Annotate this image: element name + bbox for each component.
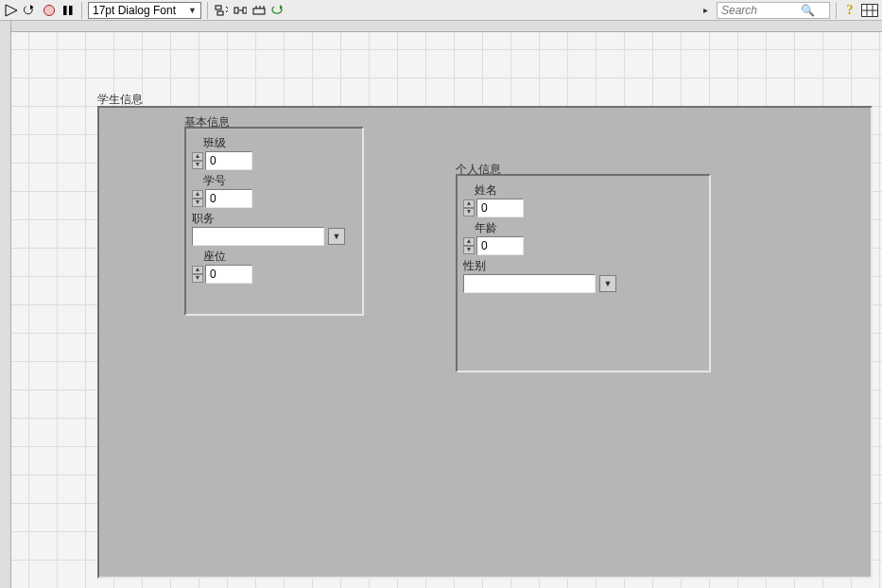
age-numeric[interactable]: ▲ ▼ <box>463 236 703 255</box>
role-combo[interactable]: ▼ <box>192 227 356 246</box>
spin-up-icon[interactable]: ▲ <box>463 199 475 208</box>
align-icon[interactable] <box>214 3 229 18</box>
label-student-id: 学号 <box>192 173 356 189</box>
font-dropdown-value: 17pt Dialog Font <box>93 4 176 17</box>
spin-up-icon[interactable]: ▲ <box>192 266 203 274</box>
help-icon[interactable]: ? <box>842 3 857 18</box>
seat-numeric[interactable]: ▲ ▼ <box>192 265 356 284</box>
spin-up-icon[interactable]: ▲ <box>463 237 475 246</box>
spin-up-icon[interactable]: ▲ <box>192 190 203 199</box>
svg-rect-3 <box>216 6 221 9</box>
run-icon[interactable] <box>4 3 19 18</box>
basic-info-cluster[interactable]: 基本信息 班级 ▲ ▼ 学号 ▲ ▼ <box>184 127 364 316</box>
label-gender: 性别 <box>463 258 703 274</box>
student-id-input[interactable] <box>205 189 252 208</box>
svg-rect-1 <box>63 6 67 15</box>
separator <box>207 2 208 19</box>
vertical-ruler <box>0 21 11 588</box>
svg-rect-4 <box>217 11 223 15</box>
svg-rect-5 <box>234 8 238 13</box>
chevron-down-icon: ▼ <box>188 6 197 15</box>
label-name: 姓名 <box>463 182 703 199</box>
separator <box>836 2 837 19</box>
spin-down-icon[interactable]: ▼ <box>463 246 475 254</box>
seat-input[interactable] <box>205 265 252 284</box>
spin-buttons[interactable]: ▲ ▼ <box>463 199 475 216</box>
canvas: 学生信息 基本信息 班级 ▲ ▼ 学号 ▲ <box>0 21 882 588</box>
label-seat: 座位 <box>192 249 356 265</box>
cluster-label-personal: 个人信息 <box>456 162 501 178</box>
role-input[interactable] <box>192 227 324 246</box>
dropdown-button-icon[interactable]: ▼ <box>599 275 616 292</box>
age-input[interactable] <box>476 236 524 255</box>
dropdown-button-icon[interactable]: ▼ <box>328 228 345 245</box>
class-input[interactable] <box>205 151 252 170</box>
class-numeric[interactable]: ▲ ▼ <box>192 151 356 170</box>
separator <box>81 2 82 19</box>
spin-down-icon[interactable]: ▼ <box>463 208 475 216</box>
name-input[interactable] <box>476 199 524 217</box>
search-box[interactable]: 🔍 <box>717 2 830 19</box>
name-numeric[interactable]: ▲ ▼ <box>463 199 703 217</box>
spin-buttons[interactable]: ▲ ▼ <box>192 152 203 169</box>
search-icon[interactable]: 🔍 <box>801 4 815 17</box>
pause-icon[interactable] <box>61 3 76 18</box>
panel-icon[interactable] <box>861 4 878 17</box>
chevron-right-icon[interactable]: ▸ <box>698 3 713 18</box>
spin-buttons[interactable]: ▲ ▼ <box>192 266 203 283</box>
svg-rect-2 <box>69 6 73 15</box>
label-role: 职务 <box>192 211 356 227</box>
gender-combo[interactable]: ▼ <box>463 274 703 293</box>
gender-input[interactable] <box>463 274 596 293</box>
font-dropdown[interactable]: 17pt Dialog Font ▼ <box>88 2 201 19</box>
horizontal-ruler <box>0 21 882 32</box>
cluster-label-basic: 基本信息 <box>184 114 230 130</box>
run-continuous-icon[interactable] <box>23 3 38 18</box>
student-id-numeric[interactable]: ▲ ▼ <box>192 189 356 208</box>
svg-rect-7 <box>253 9 265 14</box>
spin-down-icon[interactable]: ▼ <box>192 274 203 283</box>
spin-up-icon[interactable]: ▲ <box>192 152 203 161</box>
toolbar: 17pt Dialog Font ▼ ▸ 🔍 ? <box>0 0 882 21</box>
spin-down-icon[interactable]: ▼ <box>192 161 203 169</box>
abort-icon[interactable] <box>42 3 57 18</box>
svg-rect-6 <box>243 8 247 13</box>
student-info-cluster[interactable]: 基本信息 班级 ▲ ▼ 学号 ▲ ▼ <box>97 106 873 579</box>
personal-info-cluster[interactable]: 个人信息 姓名 ▲ ▼ 年龄 ▲ ▼ <box>456 174 711 372</box>
spin-buttons[interactable]: ▲ ▼ <box>463 237 475 254</box>
spin-down-icon[interactable]: ▼ <box>192 199 203 207</box>
label-age: 年龄 <box>463 220 703 236</box>
spin-buttons[interactable]: ▲ ▼ <box>192 190 203 207</box>
search-input[interactable] <box>721 4 797 17</box>
distribute-icon[interactable] <box>233 3 248 18</box>
reorder-icon[interactable] <box>270 3 285 18</box>
svg-point-0 <box>44 5 55 15</box>
resize-icon[interactable] <box>251 3 267 18</box>
label-class: 班级 <box>192 135 356 151</box>
